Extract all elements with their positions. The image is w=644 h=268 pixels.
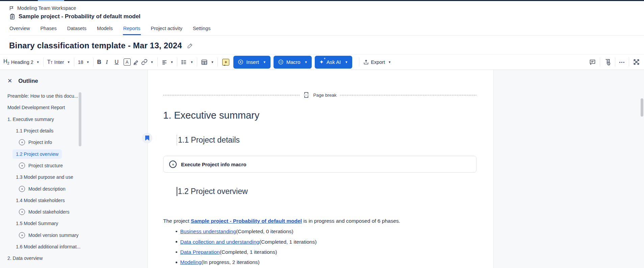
outline-item-model-stakeholders[interactable]: 1.4 Model stakeholders [0, 195, 148, 206]
export-button[interactable]: Export ▼ [363, 59, 391, 65]
toolbar-divider [615, 57, 615, 67]
block-style-select[interactable]: H2 Heading 2 ▼ [3, 58, 40, 65]
toolbar-right-group: ••• [589, 54, 640, 70]
outline-scrollbar[interactable] [79, 92, 81, 146]
font-family-select[interactable]: TT Inter ▼ [47, 59, 70, 65]
macro-label: Macro [286, 59, 301, 65]
outline-item-executive-summary[interactable]: 1. Executive summary [0, 114, 148, 125]
doc-heading-project-overview: 1.2 Project overview [177, 187, 248, 196]
chevron-down-icon: ▼ [304, 60, 307, 64]
font-size-select[interactable]: 18 ▼ [78, 59, 89, 65]
phase-link[interactable]: Modeling [180, 259, 202, 265]
chevron-down-icon: ▼ [171, 60, 174, 64]
document-page: Page break 1. Executive summary 1.1 Proj… [148, 70, 494, 268]
toolbar-divider [359, 57, 359, 67]
bold-button[interactable]: B [97, 59, 106, 66]
add-comment-icon[interactable]: + [222, 59, 229, 66]
list-item-data-collection: Data collection and understanding (Compl… [176, 237, 317, 247]
more-options-icon[interactable]: ••• [619, 60, 625, 64]
chevron-down-icon: ▼ [36, 60, 40, 64]
tab-project-activity[interactable]: Project activity [151, 23, 183, 35]
font-family-value: Inter [54, 59, 64, 65]
list-item-modeling: Modeling (In progress, 2 iterations) [176, 257, 317, 267]
outline-title: Outline [18, 78, 38, 84]
outline-item-project-structure[interactable]: ‹›Project structure [0, 160, 148, 171]
bullet-dot [176, 231, 177, 233]
outline-item-project-details[interactable]: 1.1 Project details [0, 125, 148, 137]
page-break-icon [303, 92, 310, 98]
doc-heading-project-details: 1.1 Project details [177, 135, 240, 145]
toolbar-divider [157, 57, 158, 67]
outline-item-project-info[interactable]: ‹›Project info [0, 137, 148, 148]
phase-link[interactable]: Data collection and understanding [180, 239, 259, 245]
outline-item-data-request[interactable]: 2.1 Data request and extracti... [0, 264, 148, 268]
chevron-down-icon: ▼ [345, 60, 348, 64]
execute-macro-block[interactable]: ‹› Execute Project info macro [163, 156, 476, 173]
app-header: Modeling Team Workspace Sample project -… [0, 1, 644, 35]
insert-button[interactable]: Insert ▼ [233, 56, 270, 69]
fullscreen-icon[interactable] [633, 58, 640, 66]
phase-link[interactable]: Data Preparation [180, 249, 220, 255]
phases-list: Business understanding (Completed, 0 ite… [176, 226, 317, 268]
close-outline-icon[interactable]: ✕ [7, 77, 12, 84]
tab-settings[interactable]: Settings [192, 23, 211, 35]
project-link[interactable]: Sample project - Probability of default … [191, 218, 302, 224]
version-history-icon[interactable] [604, 58, 611, 66]
chevron-down-icon: ▼ [190, 60, 193, 64]
browser-top-strip [0, 0, 644, 1]
project-title: Sample project - Probability of default … [19, 13, 140, 20]
doc-heading-executive-summary: 1. Executive summary [163, 110, 259, 121]
chevron-down-icon: ▼ [151, 60, 154, 64]
bullet-dot [176, 251, 177, 253]
list-item-business-understanding: Business understanding (Completed, 0 ite… [176, 226, 317, 237]
window-scrollbar[interactable] [641, 98, 643, 117]
align-button[interactable]: ▼ [161, 59, 174, 65]
toolbar-divider [197, 57, 197, 67]
tab-models[interactable]: Models [97, 23, 113, 35]
link-button[interactable]: ▼ [141, 59, 154, 65]
underline-button[interactable]: U [115, 59, 124, 65]
table-button[interactable]: ▼ [201, 59, 214, 66]
text-caret [177, 187, 177, 196]
phase-link[interactable]: Business understanding [180, 228, 236, 235]
text-color-button[interactable]: A [124, 58, 132, 66]
outline-item-model-version-summary[interactable]: ‹›Model version summary [0, 229, 148, 241]
edit-title-icon[interactable] [187, 43, 193, 49]
macro-icon: ‹› [19, 232, 25, 238]
tab-phases[interactable]: Phases [40, 23, 57, 35]
ask-ai-button[interactable]: ✦✦ Ask AI ▼ [315, 56, 352, 69]
list-button[interactable]: ▼ [181, 59, 193, 65]
italic-button[interactable]: I [106, 59, 115, 66]
outline-item-data-overview[interactable]: 2. Data overview [0, 252, 148, 264]
outline-item-model-additional-info[interactable]: 1.6 Model additional informat... [0, 241, 148, 252]
macro-button[interactable]: Macro ▼ [274, 56, 312, 69]
content-area: ✕ Outline Preamble: How to use this docu… [0, 70, 644, 268]
macro-icon: ‹› [19, 163, 25, 169]
page-break: Page break [163, 92, 476, 98]
comments-panel-icon[interactable] [589, 58, 596, 66]
outline-item-model-development-report[interactable]: Model Development Report [0, 102, 148, 113]
clipboard-icon [9, 14, 16, 20]
outline-item-model-stakeholders-macro[interactable]: ‹›Model stakeholders [0, 206, 148, 218]
toolbar-divider [93, 57, 94, 67]
bookmark-icon[interactable] [142, 133, 152, 143]
outline-item-project-overview[interactable]: 1.2 Project overview [0, 148, 148, 160]
highlight-button[interactable] [132, 59, 141, 65]
page-break-label: Page break [313, 93, 336, 98]
report-title: Binary classification template - Mar 13,… [9, 41, 182, 50]
text-color-icon: A [124, 58, 131, 66]
outline-item-model-summary[interactable]: 1.5 Model Summary [0, 218, 148, 229]
outline-item-preamble[interactable]: Preamble: How to use this docu... [0, 90, 148, 102]
toolbar-divider [177, 57, 177, 67]
doc-paragraph: The project Sample project - Probability… [163, 218, 400, 224]
outline-item-model-purpose[interactable]: 1.3 Model purpose and use [0, 171, 148, 183]
tab-datasets[interactable]: Datasets [67, 23, 87, 35]
outline-item-model-description[interactable]: ‹›Model description [0, 183, 148, 194]
font-family-icon: TT [47, 59, 53, 65]
workspace-row: Modeling Team Workspace [9, 1, 644, 11]
macro-icon: ‹› [19, 186, 25, 192]
workspace-label[interactable]: Modeling Team Workspace [17, 5, 76, 11]
report-title-row: Binary classification template - Mar 13,… [0, 35, 644, 54]
tab-overview[interactable]: Overview [9, 23, 30, 35]
tab-reports[interactable]: Reports [123, 23, 141, 35]
